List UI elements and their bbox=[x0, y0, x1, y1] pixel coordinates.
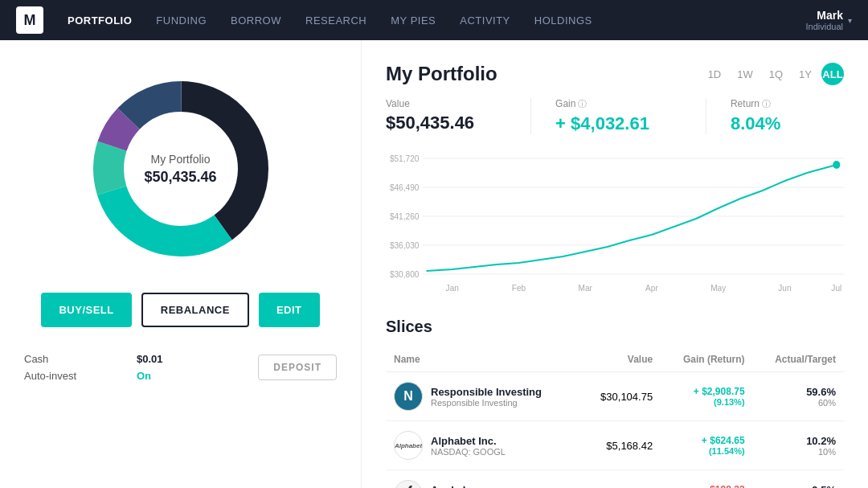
gain-pct: (9.13%) bbox=[669, 397, 744, 407]
slices-section: Slices Name Value Gain (Return) Actual/T… bbox=[386, 318, 844, 488]
return-info-icon: ⓘ bbox=[762, 99, 771, 109]
logo: M bbox=[16, 6, 43, 34]
slice-info: Apple Inc. NASDAQ: AAPL bbox=[431, 484, 495, 489]
target-value: 10% bbox=[761, 447, 836, 457]
metric-value: Value $50,435.46 bbox=[386, 98, 506, 134]
time-1d[interactable]: 1D bbox=[702, 63, 728, 85]
gain-pct: (11.54%) bbox=[669, 446, 744, 456]
slice-actual-target: 59.6% 60% bbox=[753, 372, 844, 421]
nav-holdings[interactable]: HOLDINGS bbox=[534, 14, 592, 27]
time-period-buttons: 1D 1W 1Q 1Y ALL bbox=[702, 63, 844, 85]
metric-return: Returnⓘ 8.04% bbox=[731, 98, 813, 134]
gain-info-icon: ⓘ bbox=[578, 99, 587, 109]
user-type: Individual bbox=[806, 22, 843, 31]
action-buttons: BUY/SELL REBALANCE EDIT bbox=[41, 293, 319, 327]
svg-text:Jun: Jun bbox=[778, 283, 791, 293]
svg-text:$36,030: $36,030 bbox=[390, 240, 420, 250]
col-value: Value bbox=[579, 347, 661, 372]
slice-icon: Alphabet bbox=[394, 431, 423, 460]
cash-label: Cash bbox=[24, 353, 121, 365]
svg-text:Jul: Jul bbox=[831, 283, 841, 293]
right-panel: My Portfolio 1D 1W 1Q 1Y ALL Value $50,4… bbox=[362, 40, 868, 488]
nav-research[interactable]: RESEARCH bbox=[305, 14, 366, 27]
svg-text:$46,490: $46,490 bbox=[390, 182, 420, 192]
table-row[interactable]: Alphabet Alphabet Inc. NASDAQ: GOOGL $5,… bbox=[386, 421, 844, 470]
slice-value: $30,104.75 bbox=[579, 372, 661, 421]
svg-text:Feb: Feb bbox=[512, 283, 526, 293]
slice-name-cell: N Responsible Investing Responsible Inve… bbox=[394, 382, 571, 411]
time-1q[interactable]: 1Q bbox=[763, 63, 789, 85]
donut-title: My Portfolio bbox=[144, 153, 216, 166]
table-row[interactable]: Apple Inc. NASDAQ: AAPL $4,805.16 - $198… bbox=[386, 470, 844, 489]
nav-borrow[interactable]: BORROW bbox=[231, 14, 281, 27]
donut-value: $50,435.46 bbox=[144, 169, 216, 186]
metric-divider-1 bbox=[530, 98, 531, 134]
target-value: 60% bbox=[761, 398, 836, 408]
svg-text:$41,260: $41,260 bbox=[390, 211, 420, 221]
actual-value: 9.5% bbox=[761, 484, 836, 489]
time-all[interactable]: ALL bbox=[821, 63, 844, 85]
actual-value: 59.6% bbox=[761, 386, 836, 398]
svg-text:Jan: Jan bbox=[446, 283, 459, 293]
svg-point-22 bbox=[833, 161, 840, 169]
cash-info: Cash $0.01 Auto-invest On bbox=[24, 353, 163, 382]
nav-my-pies[interactable]: MY PIES bbox=[391, 14, 436, 27]
return-amount: 8.04% bbox=[731, 113, 780, 134]
nav-funding[interactable]: FUNDING bbox=[156, 14, 207, 27]
slice-name: Apple Inc. bbox=[431, 484, 495, 489]
nav-portfolio[interactable]: PORTFOLIO bbox=[68, 14, 132, 27]
table-row[interactable]: N Responsible Investing Responsible Inve… bbox=[386, 372, 844, 421]
portfolio-chart: $51,720 $46,490 $41,260 $36,030 $30,800 … bbox=[386, 150, 844, 298]
cash-value: $0.01 bbox=[137, 353, 163, 365]
rebalance-button[interactable]: REBALANCE bbox=[141, 293, 249, 327]
slice-value: $4,805.16 bbox=[579, 470, 661, 489]
gain-amount: + $624.65 bbox=[669, 435, 744, 446]
user-menu[interactable]: Mark Individual ▾ bbox=[806, 9, 852, 31]
slice-actual-target: 10.2% 10% bbox=[753, 421, 844, 470]
time-1w[interactable]: 1W bbox=[731, 63, 760, 85]
auto-invest-row: Auto-invest On bbox=[24, 370, 163, 382]
svg-text:Mar: Mar bbox=[579, 283, 593, 293]
chevron-down-icon: ▾ bbox=[848, 16, 852, 25]
slice-name: Alphabet Inc. bbox=[431, 435, 506, 447]
metric-divider-2 bbox=[706, 98, 706, 134]
slice-icon: N bbox=[394, 382, 423, 411]
svg-text:May: May bbox=[710, 283, 727, 293]
slice-name-cell: Apple Inc. NASDAQ: AAPL bbox=[394, 480, 571, 488]
buy-sell-button[interactable]: BUY/SELL bbox=[41, 293, 131, 327]
value-label: Value bbox=[386, 98, 474, 109]
auto-invest-value: On bbox=[137, 370, 151, 382]
gain-amount: + $4,032.61 bbox=[555, 113, 649, 134]
deposit-button[interactable]: DEPOSIT bbox=[258, 355, 337, 380]
chart-svg: $51,720 $46,490 $41,260 $36,030 $30,800 … bbox=[386, 150, 844, 295]
slice-sub: NASDAQ: GOOGL bbox=[431, 447, 506, 457]
slice-gain: + $2,908.75 (9.13%) bbox=[661, 372, 752, 421]
col-actual-target: Actual/Target bbox=[753, 347, 844, 372]
auto-invest-label: Auto-invest bbox=[24, 370, 121, 382]
gain-label: Gainⓘ bbox=[555, 98, 649, 110]
return-label: Returnⓘ bbox=[731, 98, 780, 110]
donut-label: My Portfolio $50,435.46 bbox=[144, 153, 216, 186]
slice-name-cell: Alphabet Alphabet Inc. NASDAQ: GOOGL bbox=[394, 431, 571, 460]
svg-text:Apr: Apr bbox=[645, 283, 658, 293]
donut-chart: My Portfolio $50,435.46 bbox=[76, 64, 285, 273]
slices-title: Slices bbox=[386, 318, 844, 336]
time-1y[interactable]: 1Y bbox=[792, 63, 818, 85]
svg-text:$30,800: $30,800 bbox=[390, 269, 420, 279]
edit-button[interactable]: EDIT bbox=[259, 293, 320, 327]
cash-row: Cash $0.01 bbox=[24, 353, 163, 365]
slice-info: Alphabet Inc. NASDAQ: GOOGL bbox=[431, 435, 506, 457]
slice-gain: + $624.65 (11.54%) bbox=[661, 421, 752, 470]
slice-icon bbox=[394, 480, 423, 488]
left-panel: My Portfolio $50,435.46 BUY/SELL REBALAN… bbox=[0, 40, 362, 488]
portfolio-header: My Portfolio 1D 1W 1Q 1Y ALL bbox=[386, 63, 844, 85]
gain-amount: - $198.32 bbox=[669, 484, 744, 488]
slice-actual-target: 9.5% 10% bbox=[753, 470, 844, 489]
metric-gain: Gainⓘ + $4,032.61 bbox=[555, 98, 682, 134]
nav-activity[interactable]: ACTIVITY bbox=[460, 14, 510, 27]
gain-amount: + $2,908.75 bbox=[669, 386, 744, 397]
value-amount: $50,435.46 bbox=[386, 113, 474, 133]
col-gain: Gain (Return) bbox=[661, 347, 752, 372]
col-name: Name bbox=[386, 347, 579, 372]
actual-value: 10.2% bbox=[761, 435, 836, 447]
